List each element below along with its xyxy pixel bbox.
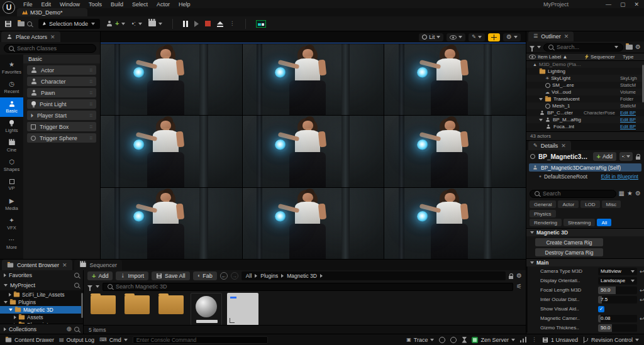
asset-search-input[interactable] <box>103 283 513 291</box>
filter-physics[interactable]: Physics <box>530 210 556 217</box>
outliner-row-sm[interactable]: SM_...ereStaticM <box>526 82 644 89</box>
chevron-down-icon[interactable] <box>614 46 618 48</box>
outliner-row-bprig[interactable]: BP_M...aRigEdit BP <box>526 116 644 123</box>
filter-chevron-icon[interactable] <box>96 285 99 288</box>
filter-icon[interactable] <box>530 46 535 49</box>
asset-folder[interactable] <box>157 293 186 325</box>
cmd-dropdown[interactable]: ⌨Cmd <box>99 337 128 343</box>
multiview-cell[interactable] <box>384 188 526 259</box>
drag-handle-icon[interactable]: ⁞⁞ <box>90 90 92 96</box>
outliner-row-focalpoint[interactable]: Foca...intEdit BP <box>526 123 644 130</box>
cb-settings-icon[interactable]: ⚙ <box>516 273 522 279</box>
multiview-cell[interactable] <box>384 44 526 115</box>
place-item-trigger-box[interactable]: Trigger Box⁞⁞ <box>27 122 96 131</box>
favorites-header[interactable]: Favorites <box>0 270 83 280</box>
breadcrumb-plugins[interactable]: Plugins <box>260 273 278 279</box>
destroy-camera-rig-button[interactable]: Destroy Camera Rig <box>535 248 603 256</box>
minimize-button[interactable]: — <box>606 1 611 8</box>
maximize-button[interactable]: ▢ <box>620 1 626 8</box>
add-component-button[interactable]: +Add <box>593 152 616 161</box>
outliner-search-input[interactable] <box>543 43 623 52</box>
lock-icon[interactable] <box>509 276 513 279</box>
column-item-label[interactable]: Item Label ▲ <box>538 54 583 60</box>
details-tab[interactable]: ✎ Details ✕ <box>528 141 571 150</box>
outliner-row-lighting[interactable]: Lighting <box>526 68 644 75</box>
magnetic-camera-input[interactable]: 0.08 <box>598 315 637 322</box>
magnetic3d-plugin-icon[interactable] <box>256 20 266 28</box>
drag-handle-icon[interactable]: ⁞⁞ <box>90 101 92 107</box>
collections-header[interactable]: Collections ⊕ <box>0 324 83 334</box>
outliner-row-skylight[interactable]: ☀SkyLightSkyLigh <box>526 75 644 82</box>
multiview-cell[interactable] <box>243 44 384 115</box>
fab-button[interactable]: ◖Fab <box>193 271 217 280</box>
inter-ocular-input[interactable]: 7.5 <box>598 296 637 304</box>
create-camera-rig-button[interactable]: Create Camera Rig <box>535 238 603 246</box>
forward-icon[interactable]: → <box>231 272 238 280</box>
drag-handle-icon[interactable]: ⁞⁞ <box>90 135 92 141</box>
edit-bp-link[interactable]: Edit BP <box>620 110 642 116</box>
breadcrumb-all[interactable]: All <box>246 273 252 279</box>
cinematics-button[interactable] <box>148 21 162 26</box>
place-actors-tab[interactable]: Place Actors ✕ <box>1 31 60 42</box>
sequencer-tab[interactable]: Sequencer <box>74 260 123 270</box>
place-item-pawn[interactable]: Pawn⁞⁞ <box>27 88 96 97</box>
drag-handle-icon[interactable]: ⁞⁞ <box>90 124 92 129</box>
add-actor-button[interactable]: + <box>106 20 125 27</box>
multiview-cell[interactable] <box>101 116 242 187</box>
close-button[interactable]: ✕ <box>634 1 639 8</box>
reset-to-default-icon[interactable]: ↩ <box>640 268 644 275</box>
outliner-row-mesh1[interactable]: Mesh_1StaticM <box>526 102 644 109</box>
sequencer-column-icon[interactable] <box>585 54 589 60</box>
focal-length-input[interactable]: 50.0 <box>598 287 637 294</box>
tree-item-assets[interactable]: Assets <box>0 314 83 321</box>
display-orientation-dropdown[interactable]: Landscape <box>598 277 637 285</box>
content-drawer-button[interactable]: Content Drawer <box>5 337 54 343</box>
reset-to-default-icon[interactable]: ↩ <box>640 287 644 293</box>
save-icon[interactable] <box>5 21 11 27</box>
close-icon[interactable]: ✕ <box>50 34 55 40</box>
content-browser-icon[interactable] <box>18 21 32 26</box>
unreal-logo-icon[interactable]: U <box>3 1 15 14</box>
gizmo-thickness-input[interactable]: 50.0 <box>598 324 637 332</box>
show-visual-aid-checkbox[interactable]: ✓ <box>598 306 604 312</box>
category-vfx[interactable]: ✦VFX <box>0 214 23 234</box>
category-shapes[interactable]: ⬡Shapes <box>0 156 23 175</box>
output-log-button[interactable]: ▤Output Log <box>59 337 94 343</box>
transform-tool-button[interactable] <box>488 33 500 41</box>
place-item-actor[interactable]: Actor⁞⁞ <box>27 65 96 75</box>
expanded-icon[interactable] <box>539 98 543 101</box>
category-basic[interactable]: Basic <box>0 97 23 117</box>
section-magnetic3d[interactable]: Magnetic 3D <box>526 228 644 236</box>
drag-handle-icon[interactable]: ⁞⁞ <box>90 67 92 73</box>
new-folder-icon[interactable] <box>626 45 633 50</box>
tree-item-plugins[interactable]: Plugins <box>0 298 83 306</box>
revision-control-dropdown[interactable]: Revision Control <box>583 337 639 343</box>
more-options-icon[interactable]: ⋮ <box>531 337 537 342</box>
myproject-header[interactable]: MyProject <box>0 280 83 290</box>
menu-select[interactable]: Select <box>128 0 152 8</box>
blueprint-options-dropdown[interactable]: •: <box>619 152 633 161</box>
outliner-tab[interactable]: ☰ Outliner ✕ <box>528 31 574 41</box>
frame-skip-button[interactable] <box>194 21 199 27</box>
filter-actor[interactable]: Actor <box>558 200 579 208</box>
filter-all[interactable]: All <box>597 219 611 226</box>
place-item-character[interactable]: Character⁞⁞ <box>27 77 96 86</box>
view-options-icon[interactable]: ⚟ <box>516 283 522 290</box>
drag-handle-icon[interactable]: ⁞⁞ <box>90 79 92 84</box>
place-item-point-light[interactable]: Point Light⁞⁞ <box>27 99 96 109</box>
insights-icon[interactable] <box>439 337 445 343</box>
pause-button[interactable] <box>183 21 188 27</box>
search-icon[interactable] <box>74 327 79 332</box>
level-tab[interactable]: M3D_Demo* <box>17 8 87 16</box>
outliner-row-volume[interactable]: ☁Vol...oudVolume <box>526 89 644 96</box>
close-icon[interactable]: ✕ <box>561 143 566 149</box>
component-child-row[interactable]: ⌖ DefaultSceneRoot Edit in Blueprint <box>529 172 641 180</box>
reset-to-default-icon[interactable]: ↩ <box>640 315 644 322</box>
console-command-input[interactable] <box>133 336 268 344</box>
trace-dropdown[interactable]: ▣Trace <box>406 337 434 343</box>
breadcrumb-current[interactable]: Magnetic 3D <box>287 273 317 279</box>
search-classes-input[interactable] <box>4 44 96 53</box>
outliner-row-world[interactable]: ▲M3D_Demo (Play In Editor) <box>526 61 644 68</box>
category-cine[interactable]: Cine <box>0 136 23 156</box>
expanded-icon[interactable] <box>539 119 543 121</box>
